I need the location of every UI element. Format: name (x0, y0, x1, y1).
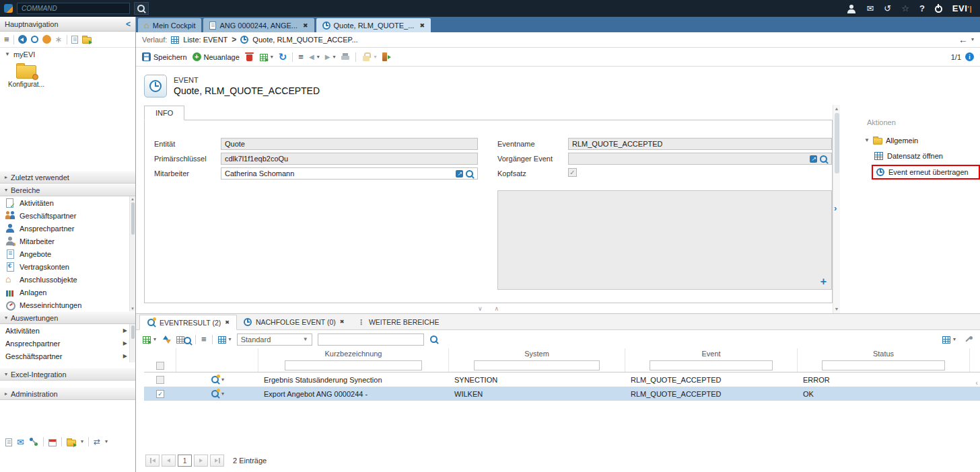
tab-ang-0000244[interactable]: ANG 0000244, ANGE... ✖ (203, 18, 314, 32)
sidebar-item-ansprechpartner[interactable]: Ansprechpartner (0, 222, 135, 235)
tab-weitere-bereiche[interactable]: ⋮ WEITERE BEREICHE (351, 314, 446, 329)
view-select[interactable]: Standard▼ (237, 333, 312, 346)
sidebar-item-vertragskonten[interactable]: Vertragskonten (0, 260, 135, 273)
filter-input-kurzbezeichnung[interactable] (285, 360, 421, 370)
sidebar-item-aktivitaeten[interactable]: Aktivitäten (0, 196, 135, 209)
nav-ring-icon[interactable] (31, 36, 38, 43)
scroll-down-icon[interactable]: ▼ (131, 306, 135, 311)
scroll-thumb[interactable] (835, 113, 839, 173)
mail-icon[interactable]: ✉ (866, 4, 874, 13)
chevron-down-icon[interactable]: ▾ (221, 391, 224, 397)
close-icon[interactable]: ✖ (419, 22, 425, 29)
tab-nachfolge-event[interactable]: NACHFOLGE EVENT (0) ✖ (237, 314, 351, 329)
sidebar-item-auswertung-ansprechpartner[interactable]: Ansprechpartner▶ (0, 337, 135, 350)
menu-icon[interactable]: ≡ (4, 35, 9, 44)
star-icon[interactable]: ☆ (901, 4, 909, 13)
sidebar-item-myevi[interactable]: ▼ myEVI (0, 48, 135, 61)
tab-eventresult[interactable]: EVENTRESULT (2) ✖ (139, 315, 237, 330)
tab-info[interactable]: INFO (144, 106, 184, 120)
search-icon[interactable] (819, 155, 828, 163)
chevron-down-icon[interactable]: ▾ (221, 377, 224, 383)
table-search-button[interactable] (176, 336, 190, 344)
window-icon[interactable] (5, 438, 12, 446)
close-icon[interactable]: ✖ (340, 319, 345, 325)
user-icon[interactable] (847, 4, 856, 13)
grid-search-input[interactable] (318, 333, 424, 346)
menu-icon[interactable]: ≡ (298, 52, 304, 61)
section-auswertungen[interactable]: ▾ Auswertungen (0, 311, 135, 324)
nav-orange-icon[interactable] (42, 35, 51, 44)
column-header[interactable]: Event (625, 348, 798, 359)
open-result-icon[interactable] (211, 375, 219, 384)
scroll-thumb[interactable] (131, 325, 135, 339)
vertical-splitter[interactable]: ▲ › ▼ (833, 105, 840, 313)
sidebar-item-auswertung-aktivitaeten[interactable]: Aktivitäten▶ (0, 324, 135, 337)
column-header[interactable]: Kurzbezeichnung (258, 348, 449, 359)
scroll-thumb[interactable] (131, 202, 135, 235)
chevron-down-icon[interactable]: ▾ (81, 439, 83, 444)
share-icon[interactable] (29, 437, 38, 446)
help-icon[interactable]: ? (919, 4, 925, 13)
pin-icon[interactable] (964, 335, 973, 344)
sidebar-item-geschaeftspartner[interactable]: Geschäftspartner (0, 209, 135, 222)
collapse-down-icon[interactable]: ∨ (478, 305, 483, 312)
section-administration[interactable]: ▸ Administration (0, 387, 135, 400)
tree-icon[interactable]: ∗ (55, 35, 63, 44)
filter-input-event[interactable] (650, 360, 773, 370)
open-record-icon[interactable] (456, 170, 463, 178)
select-all-checkbox[interactable] (156, 362, 164, 370)
delete-button[interactable] (245, 52, 254, 62)
menu-icon[interactable]: ≡ (201, 335, 207, 344)
sidebar-item-messeinrichtungen[interactable]: Messeinrichtungen (0, 299, 135, 311)
export-button[interactable]: ▾ (260, 53, 273, 61)
leave-record-button[interactable] (382, 52, 391, 62)
row-checkbox[interactable] (156, 376, 164, 384)
power-icon[interactable] (935, 5, 942, 13)
grid-export-button[interactable]: ▾ (942, 336, 956, 344)
collapse-right-icon[interactable]: ‹ (975, 379, 978, 387)
aktionen-group-allgemein[interactable]: ▼ Allgemein (864, 136, 980, 145)
scrollbar[interactable] (129, 324, 135, 362)
close-icon[interactable]: ✖ (303, 22, 308, 29)
tab-quote-rlm-quote[interactable]: Quote, RLM_QUOTE_... ✖ (316, 18, 431, 32)
list-view-button[interactable]: ▾ (218, 336, 232, 344)
section-excel-integration[interactable]: ▾ Excel-Integration (0, 368, 135, 381)
chevron-down-icon[interactable]: ▾ (971, 37, 974, 42)
chevron-down-icon[interactable]: ▾ (271, 54, 273, 60)
save-button[interactable]: Speichern (142, 52, 187, 61)
back-icon[interactable]: ← (958, 35, 968, 44)
mail-icon[interactable]: ✉ (17, 438, 24, 446)
chevron-down-icon[interactable]: ▾ (105, 439, 108, 444)
row-checkbox[interactable]: ✓ (156, 390, 164, 398)
action-event-erneut-uebertragen[interactable]: Event erneut übertragen (872, 165, 980, 180)
shortcut-konfiguration[interactable]: Konfigurat... (5, 65, 47, 88)
mitarbeiter-field[interactable]: Catherina Schomann (221, 167, 478, 180)
breadcrumb-list-event[interactable]: Liste: EVENT (183, 36, 228, 44)
column-header[interactable]: System (449, 348, 625, 359)
export-new-button[interactable]: ▾ (143, 336, 156, 344)
table-row[interactable]: ▾ Ergebnis Statusänderung Synection SYNE… (144, 372, 980, 387)
nav-back-icon[interactable] (18, 35, 27, 44)
move-handle-icon[interactable]: + (820, 276, 827, 287)
sidebar-item-mitarbeiter[interactable]: Mitarbeiter (0, 235, 135, 247)
open-record-icon[interactable] (810, 155, 817, 163)
calendar-icon[interactable] (48, 439, 57, 446)
filter-input-status[interactable] (822, 360, 946, 370)
chevron-down-icon[interactable]: ▾ (153, 337, 156, 342)
sidebar-item-auswertung-geschaeftspartner[interactable]: Geschäftspartner▶ (0, 350, 135, 362)
table-row[interactable]: ✓ ▾ Export Angebot ANG 0000244 - WILKEN … (144, 387, 980, 401)
sidebar-item-anlagen[interactable]: Anlagen (0, 286, 135, 299)
chevron-down-icon[interactable]: ▾ (953, 337, 956, 342)
sidebar-item-anschlussobjekte[interactable]: ⌂Anschlussobjekte (0, 273, 135, 286)
scroll-up-icon[interactable]: ▲ (835, 106, 839, 112)
folder-new-icon[interactable] (82, 37, 92, 44)
sidebar-collapse-icon[interactable]: < (126, 19, 131, 29)
scroll-down-icon[interactable]: ▼ (835, 307, 839, 312)
new-record-button[interactable]: Neuanlage (193, 52, 240, 61)
open-result-icon[interactable] (211, 389, 219, 398)
section-zuletzt-verwendet[interactable]: ▸ Zuletzt verwendet (0, 171, 135, 184)
search-icon[interactable] (429, 335, 439, 344)
sidebar-item-angebote[interactable]: Angebote (0, 247, 135, 260)
column-header[interactable]: Status (798, 348, 970, 359)
expand-panel-icon[interactable]: › (834, 203, 837, 213)
